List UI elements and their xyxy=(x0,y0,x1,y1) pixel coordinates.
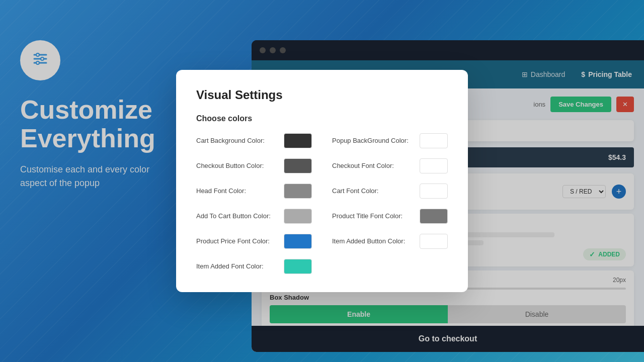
color-row-2-right: Checkout Font Color: xyxy=(332,158,448,173)
modal-title: Visual Settings xyxy=(196,88,448,102)
color-row-6-left: Item Added Font Color: xyxy=(196,259,312,274)
color-row-1-right: Popup BackGround Color: xyxy=(332,133,448,148)
color-swatch-checkout-font[interactable] xyxy=(420,158,448,173)
color-label-product-title-font: Product Title Font Color: xyxy=(332,212,414,221)
color-row-4-right: Product Title Font Color: xyxy=(332,209,448,224)
color-label-popup-bg: Popup BackGround Color: xyxy=(332,137,414,145)
color-swatch-popup-bg[interactable] xyxy=(420,133,448,148)
color-row-4-left: Add To Cart Button Color: xyxy=(196,209,312,224)
color-swatch-item-added-font[interactable] xyxy=(284,259,312,274)
color-swatch-item-added-btn[interactable] xyxy=(420,234,448,249)
color-row-5-right: Item Added Button Color: xyxy=(332,234,448,249)
color-swatch-price-font[interactable] xyxy=(284,234,312,249)
color-label-cart-bg: Cart Background Color: xyxy=(196,137,278,145)
color-label-checkout-btn: Checkout Button Color: xyxy=(196,162,278,170)
color-label-price-font: Product Price Font Color: xyxy=(196,237,278,246)
color-row-3-right: Cart Font Color: xyxy=(332,184,448,199)
color-row-3-left: Head Font Color: xyxy=(196,184,312,199)
color-label-add-cart-btn: Add To Cart Button Color: xyxy=(196,212,278,221)
color-row-2-left: Checkout Button Color: xyxy=(196,158,312,173)
color-label-checkout-font: Checkout Font Color: xyxy=(332,162,414,170)
color-grid: Cart Background Color: Popup BackGround … xyxy=(196,133,448,274)
color-swatch-add-cart-btn[interactable] xyxy=(284,209,312,224)
color-swatch-head-font[interactable] xyxy=(284,184,312,199)
color-row-5-left: Product Price Font Color: xyxy=(196,234,312,249)
color-label-item-added-font: Item Added Font Color: xyxy=(196,262,278,271)
color-label-cart-font: Cart Font Color: xyxy=(332,187,414,196)
color-row-1-left: Cart Background Color: xyxy=(196,133,312,148)
color-swatch-product-title-font[interactable] xyxy=(420,209,448,224)
color-row-6-right-empty xyxy=(332,259,448,274)
color-label-head-font: Head Font Color: xyxy=(196,187,278,196)
modal-overlay: Visual Settings Choose colors Cart Backg… xyxy=(0,0,644,362)
color-swatch-checkout-btn[interactable] xyxy=(284,158,312,173)
color-swatch-cart-font[interactable] xyxy=(420,184,448,199)
color-label-item-added-btn: Item Added Button Color: xyxy=(332,237,414,246)
modal-section-title: Choose colors xyxy=(196,114,448,123)
visual-settings-modal: Visual Settings Choose colors Cart Backg… xyxy=(176,70,468,292)
color-swatch-cart-bg[interactable] xyxy=(284,133,312,148)
